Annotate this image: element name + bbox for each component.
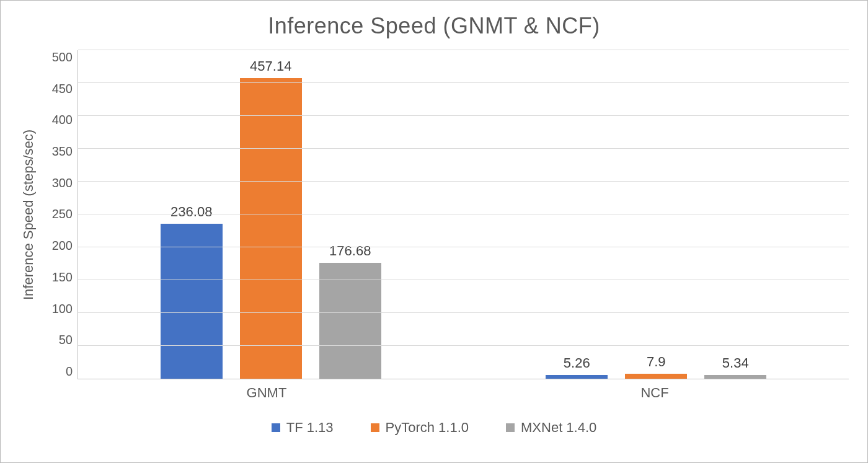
gridline [78, 181, 849, 182]
x-category: NCF [461, 379, 849, 401]
bar-value-label: 7.9 [647, 354, 666, 370]
legend-item: MXNet 1.4.0 [506, 420, 596, 436]
y-tick: 100 [52, 302, 73, 316]
legend-swatch [506, 423, 515, 432]
gridline [78, 345, 849, 346]
bar: 5.34 [704, 375, 766, 379]
y-tick: 250 [52, 207, 73, 221]
y-tick: 450 [52, 82, 73, 96]
gridline [78, 247, 849, 247]
bar: 5.26 [546, 375, 608, 379]
bar-groups: 236.08457.14176.685.267.95.34 [78, 50, 849, 379]
bar-value-label: 5.26 [564, 355, 590, 371]
bar-value-label: 236.08 [170, 204, 212, 220]
gridline [78, 148, 849, 149]
plot-row: Inference Speed (steps/sec) 500 450 400 … [19, 50, 849, 379]
y-tick: 200 [52, 239, 73, 253]
chart-title: Inference Speed (GNMT & NCF) [19, 13, 849, 39]
gridline [78, 312, 849, 313]
legend-label: TF 1.13 [286, 420, 334, 436]
legend: TF 1.13 PyTorch 1.1.0 MXNet 1.4.0 [19, 420, 849, 436]
x-category: GNMT [73, 379, 461, 401]
y-tick: 0 [66, 364, 73, 379]
bar-value-label: 457.14 [250, 58, 291, 74]
y-tick: 150 [52, 270, 73, 284]
legend-label: PyTorch 1.1.0 [386, 420, 469, 436]
bar-group: 5.267.95.34 [464, 50, 849, 379]
chart-container: Inference Speed (GNMT & NCF) Inference S… [0, 0, 868, 463]
bar: 457.14 [240, 78, 302, 379]
y-axis-ticks: 500 450 400 350 300 250 200 150 100 50 0 [38, 50, 78, 379]
bar-value-label: 176.68 [329, 243, 371, 259]
gridline [78, 82, 849, 83]
y-tick: 500 [52, 50, 73, 64]
y-tick: 350 [52, 144, 73, 159]
bar-group: 236.08457.14176.68 [78, 50, 464, 379]
gridline [78, 280, 849, 280]
gridline [78, 50, 849, 50]
gridline [78, 214, 849, 214]
legend-item: PyTorch 1.1.0 [371, 420, 469, 436]
gridline [78, 115, 849, 116]
y-tick: 400 [52, 113, 73, 127]
legend-swatch [371, 423, 379, 432]
x-axis: GNMT NCF [19, 379, 849, 401]
y-tick: 50 [59, 333, 73, 347]
y-axis-label: Inference Speed (steps/sec) [19, 50, 38, 379]
legend-item: TF 1.13 [272, 420, 334, 436]
y-tick: 300 [52, 176, 73, 190]
legend-swatch [272, 423, 280, 432]
bar-value-label: 5.34 [722, 355, 749, 371]
legend-label: MXNet 1.4.0 [521, 420, 596, 436]
plot-area: 236.08457.14176.685.267.95.34 [78, 50, 849, 379]
bar: 7.9 [625, 374, 687, 379]
